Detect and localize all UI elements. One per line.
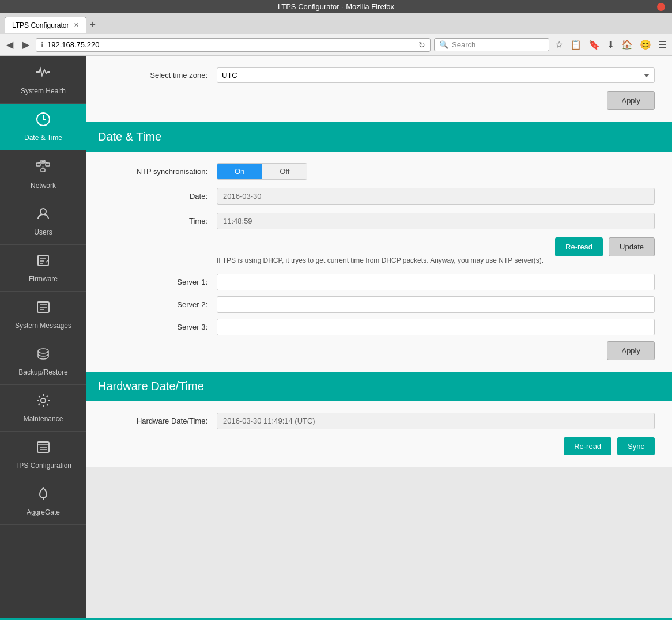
browser-titlebar: LTPS Configurator - Mozilla Firefox [0,0,672,13]
sidebar-item-maintenance[interactable]: Maintenance [0,385,86,432]
server1-label: Server 1: [104,278,207,286]
timezone-section: Select time zone: UTC Apply [86,56,672,122]
server2-input[interactable] [217,296,655,313]
sidebar-item-firmware[interactable]: Firmware [0,245,86,292]
browser-title: LTPS Configurator - Mozilla Firefox [278,2,394,11]
network-icon [35,158,51,178]
svg-rect-3 [36,163,40,166]
refresh-icon[interactable]: ↻ [418,40,425,50]
url-text: 192.168.75.220 [47,40,415,49]
server3-input[interactable] [217,319,655,335]
new-tab-button[interactable]: + [90,20,96,30]
hw-reread-button[interactable]: Re-read [564,437,611,455]
server2-row: Server 2: [104,296,655,313]
sidebar-item-system-health[interactable]: System Health [0,56,86,104]
sidebar-label-backup-restore: Backup/Restore [18,368,67,376]
date-time-body: NTP synchronisation: On Off Date: 2016-0… [86,152,672,372]
sidebar-item-network[interactable]: Network [0,150,86,198]
url-bar[interactable]: ℹ 192.168.75.220 ↻ [36,38,431,52]
sidebar-label-network: Network [31,182,56,190]
date-row: Date: 2016-03-30 [104,188,655,205]
date-value: 2016-03-30 [217,188,655,205]
svg-line-16 [46,260,48,262]
server2-label: Server 2: [104,300,207,309]
search-bar[interactable]: 🔍 Search [434,38,549,51]
date-time-section-header: Date & Time [86,122,672,152]
timezone-label: Select time zone: [104,71,207,80]
info-text: If TPS is using DHCP, it tryes to get cu… [217,256,655,264]
reread-button[interactable]: Re-read [555,237,603,256]
timezone-apply-row: Apply [104,91,655,110]
timezone-row: Select time zone: UTC [104,67,655,83]
sidebar-label-aggregate: AggreGate [27,508,60,516]
home-icon[interactable]: 🏠 [619,38,635,51]
sidebar-item-users[interactable]: Users [0,198,86,245]
date-time-icon [36,112,51,130]
hw-sync-button[interactable]: Sync [617,437,655,455]
date-time-title: Date & Time [98,130,161,143]
sidebar-label-date-time: Date & Time [24,134,62,142]
sidebar: System Health Date & Time [0,56,86,618]
sidebar-label-firmware: Firmware [29,275,58,283]
sidebar-item-backup-restore[interactable]: Backup/Restore [0,338,86,385]
tab-close-button[interactable]: ✕ [74,21,79,29]
svg-rect-12 [38,255,48,266]
server1-row: Server 1: [104,274,655,290]
tps-config-icon [36,440,51,458]
ntp-toggle-group: On Off [217,163,307,180]
sidebar-label-maintenance: Maintenance [24,415,63,423]
hw-btn-row: Re-read Sync [104,437,655,455]
hardware-title: Hardware Date/Time [98,380,204,392]
ntp-row: NTP synchronisation: On Off [104,163,655,180]
system-messages-icon [36,300,51,318]
date-label: Date: [104,192,207,201]
sidebar-item-aggregate[interactable]: AggreGate [0,478,86,525]
search-placeholder: Search [452,40,475,49]
hw-datetime-label: Hardware Date/Time: [104,417,207,425]
secure-icon: ℹ [41,41,44,49]
svg-point-22 [41,398,46,403]
sidebar-label-tps-configuration: TPS Configuration [15,462,71,470]
timezone-apply-button[interactable]: Apply [607,91,655,110]
download-icon[interactable]: ⬇ [605,38,617,51]
ntp-off-button[interactable]: Off [262,164,307,179]
search-icon: 🔍 [439,40,448,49]
time-value: 11:48:59 [217,213,655,229]
back-button[interactable]: ◀ [3,38,16,51]
hw-datetime-value: 2016-03-30 11:49:14 (UTC) [217,413,655,429]
sidebar-label-system-health: System Health [21,87,66,95]
reread-update-row: Re-read Update [104,237,655,256]
update-button[interactable]: Update [609,237,655,256]
sidebar-item-tps-configuration[interactable]: TPS Configuration [0,432,86,478]
menu-icon[interactable]: ☰ [656,38,669,51]
sidebar-item-system-messages[interactable]: System Messages [0,292,86,338]
svg-point-21 [38,349,48,353]
timezone-select[interactable]: UTC [217,67,655,83]
firmware-icon [36,253,51,271]
maintenance-icon [36,393,51,411]
pocket-icon[interactable]: 🔖 [586,38,602,51]
hw-datetime-row: Hardware Date/Time: 2016-03-30 11:49:14 … [104,413,655,429]
ntp-on-button[interactable]: On [217,164,262,179]
forward-button[interactable]: ▶ [20,38,32,51]
time-label: Time: [104,217,207,225]
window-close-button[interactable] [657,3,665,11]
backup-restore-icon [36,346,51,365]
svg-point-11 [40,209,46,214]
svg-rect-6 [41,169,45,172]
reader-icon[interactable]: 📋 [568,38,584,51]
hardware-body: Hardware Date/Time: 2016-03-30 11:49:14 … [86,401,672,467]
bookmark-star-icon[interactable]: ☆ [553,38,565,51]
users-icon [36,206,51,225]
user-icon[interactable]: 😊 [637,38,654,51]
app-wrapper: System Health Date & Time [0,56,672,618]
ntp-apply-button[interactable]: Apply [607,341,655,360]
server1-input[interactable] [217,274,655,290]
sidebar-item-date-time[interactable]: Date & Time [0,104,86,150]
hardware-section-header: Hardware Date/Time [86,372,672,401]
svg-rect-5 [46,163,50,166]
browser-tabbar: LTPS Configurator ✕ + [0,13,672,34]
aggregate-icon [36,486,51,505]
browser-tab[interactable]: LTPS Configurator ✕ [5,17,86,33]
ntp-apply-row: Apply [104,341,655,360]
